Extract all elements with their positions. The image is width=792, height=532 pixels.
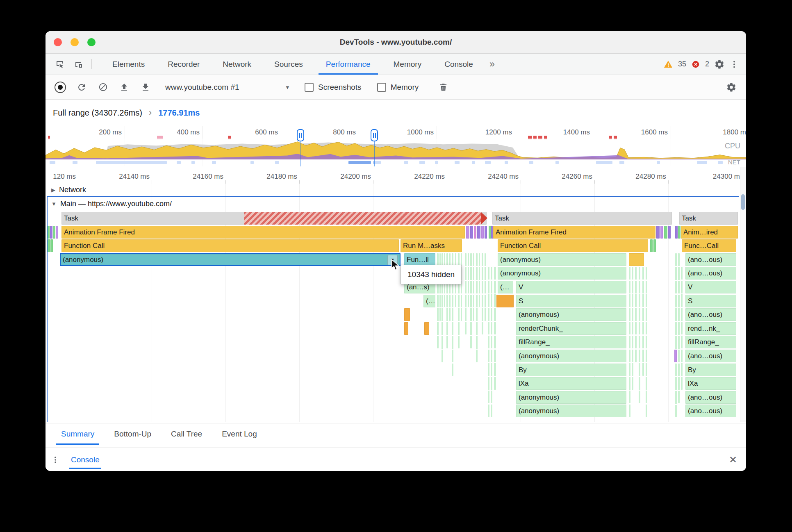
flame-bar[interactable]: Anim…ired bbox=[681, 226, 738, 239]
flame-bar[interactable] bbox=[424, 322, 429, 335]
flame-bar[interactable] bbox=[664, 226, 667, 239]
console-drawer: Console ✕ bbox=[46, 448, 746, 471]
flame-bar[interactable]: V bbox=[685, 281, 736, 293]
flame-bar[interactable]: lXa bbox=[516, 377, 626, 390]
flame-bar-label: By bbox=[519, 366, 527, 374]
flame-bar[interactable]: (anonymous)▾ bbox=[60, 253, 401, 266]
detail-tab-event-log[interactable]: Event Log bbox=[212, 423, 267, 445]
flame-bar-label: Function Call bbox=[500, 242, 541, 250]
flame-bar[interactable] bbox=[481, 226, 484, 239]
flame-bar[interactable]: (anonymous) bbox=[498, 267, 626, 280]
flame-bar[interactable]: (anonymous) bbox=[516, 391, 626, 404]
flame-bar[interactable]: lXa bbox=[685, 377, 736, 390]
selection-handle-right[interactable] bbox=[371, 129, 378, 141]
flame-bar[interactable]: Task bbox=[679, 212, 738, 225]
flame-bar[interactable] bbox=[660, 226, 663, 239]
flame-bar[interactable]: S bbox=[516, 295, 626, 307]
selection-line bbox=[300, 141, 301, 166]
flame-bar-label: renderChunk_ bbox=[519, 325, 563, 332]
flame-bar[interactable] bbox=[629, 253, 644, 266]
flame-bar[interactable]: Function Call bbox=[61, 239, 399, 252]
drawer-tab-console[interactable]: Console bbox=[66, 451, 105, 469]
flame-bar[interactable] bbox=[650, 239, 653, 252]
detail-tab-bottom-up[interactable]: Bottom-Up bbox=[104, 423, 161, 445]
flame-bar[interactable]: fillRange_ bbox=[516, 336, 626, 348]
flame-bar[interactable] bbox=[404, 322, 408, 335]
flame-bar-label: (anonymous) bbox=[519, 311, 559, 318]
flame-bar[interactable]: (ano…ous) bbox=[685, 308, 736, 321]
flame-bar[interactable] bbox=[481, 212, 487, 225]
flame-bar[interactable] bbox=[668, 226, 671, 239]
flame-bar-label: rend…nk_ bbox=[688, 325, 720, 332]
flame-column bbox=[482, 253, 483, 335]
flame-column bbox=[479, 253, 480, 307]
flame-bar[interactable]: Run M…asks bbox=[401, 239, 462, 252]
flame-bar[interactable]: Fun…ll bbox=[404, 253, 435, 266]
drawer-menu-button[interactable] bbox=[46, 456, 65, 464]
flame-bar[interactable]: (ano…ous) bbox=[685, 253, 736, 266]
flame-bar[interactable] bbox=[48, 239, 50, 252]
flame-bar[interactable]: (anonymous) bbox=[498, 253, 626, 266]
flame-bar[interactable]: (anonymous) bbox=[516, 308, 626, 321]
drawer-close-button[interactable]: ✕ bbox=[729, 454, 737, 466]
flame-bar[interactable]: Animation Frame Fired bbox=[61, 226, 465, 239]
flame-bar[interactable]: Animation Frame Fired bbox=[493, 226, 655, 239]
main-track-header[interactable]: ▼ Main — https://www.youtube.com/ bbox=[46, 197, 737, 211]
flame-bar[interactable] bbox=[53, 226, 55, 239]
flame-bar[interactable] bbox=[674, 350, 677, 362]
flame-bar[interactable]: Function Call bbox=[498, 239, 648, 252]
flame-bar[interactable] bbox=[474, 226, 476, 239]
flame-bar[interactable]: Func…Call bbox=[682, 239, 736, 252]
detail-tab-call-tree[interactable]: Call Tree bbox=[161, 423, 212, 445]
collapse-icon[interactable]: ▼ bbox=[51, 201, 57, 207]
flame-bar[interactable] bbox=[50, 239, 53, 252]
flame-bar[interactable]: (… bbox=[498, 281, 513, 293]
flame-bar-label: Task bbox=[682, 214, 696, 222]
flame-bar[interactable]: (ano…ous) bbox=[685, 391, 736, 404]
flame-bar[interactable] bbox=[470, 226, 473, 239]
flame-bar[interactable]: (anonymous) bbox=[516, 350, 626, 362]
flame-bar[interactable] bbox=[678, 226, 680, 239]
scrollbar-thumb[interactable] bbox=[741, 194, 745, 210]
flame-bar[interactable] bbox=[244, 212, 481, 225]
flame-bar-label: fillRange_ bbox=[688, 338, 719, 346]
detail-tab-bar: SummaryBottom-UpCall TreeEvent Log bbox=[46, 423, 746, 445]
flame-bar[interactable]: (ano…ous) bbox=[685, 267, 736, 280]
flame-bar[interactable]: Task bbox=[492, 212, 672, 225]
flame-bar-label: (ano…ous) bbox=[688, 256, 722, 264]
detail-tab-summary[interactable]: Summary bbox=[51, 423, 104, 445]
flame-bar-label: Fun…ll bbox=[407, 256, 429, 264]
flame-bar[interactable] bbox=[477, 226, 480, 239]
flame-bar[interactable]: renderChunk_ bbox=[516, 322, 626, 335]
flame-bar[interactable]: By bbox=[516, 364, 626, 376]
flame-bar[interactable] bbox=[50, 226, 52, 239]
flame-bar[interactable]: V bbox=[516, 281, 626, 293]
selection-line bbox=[374, 141, 375, 166]
flame-column bbox=[476, 253, 478, 362]
flame-bar[interactable] bbox=[404, 308, 410, 321]
flame-bar[interactable]: (anonymous) bbox=[516, 405, 626, 417]
flame-bar[interactable]: S bbox=[685, 295, 736, 307]
flame-column bbox=[485, 253, 486, 321]
flame-column bbox=[491, 267, 492, 417]
flame-bar[interactable] bbox=[653, 239, 656, 252]
flame-bar[interactable]: fillRange_ bbox=[685, 336, 736, 348]
flame-bar[interactable] bbox=[496, 295, 514, 307]
flame-column bbox=[635, 267, 637, 362]
flame-bar[interactable] bbox=[656, 226, 660, 239]
flame-bar[interactable]: rend…nk_ bbox=[685, 322, 736, 335]
flame-bar[interactable]: (ano…ous) bbox=[685, 405, 736, 417]
flame-bar[interactable] bbox=[56, 226, 58, 239]
flame-bar[interactable]: (… bbox=[423, 295, 435, 307]
flame-bar[interactable] bbox=[466, 226, 469, 239]
network-track-header[interactable]: ▶ Network bbox=[46, 184, 737, 196]
flame-bar-label: Task bbox=[64, 214, 78, 222]
flame-bar-label: (anonymous) bbox=[63, 256, 103, 264]
flame-bar[interactable]: By bbox=[685, 364, 736, 376]
expand-icon[interactable]: ▶ bbox=[51, 187, 55, 193]
flame-column bbox=[473, 253, 474, 321]
flame-bar[interactable] bbox=[675, 226, 678, 239]
selection-handle-left[interactable] bbox=[297, 129, 304, 141]
flame-bar[interactable] bbox=[485, 226, 487, 239]
flame-bar[interactable]: (ano…ous) bbox=[685, 350, 736, 362]
